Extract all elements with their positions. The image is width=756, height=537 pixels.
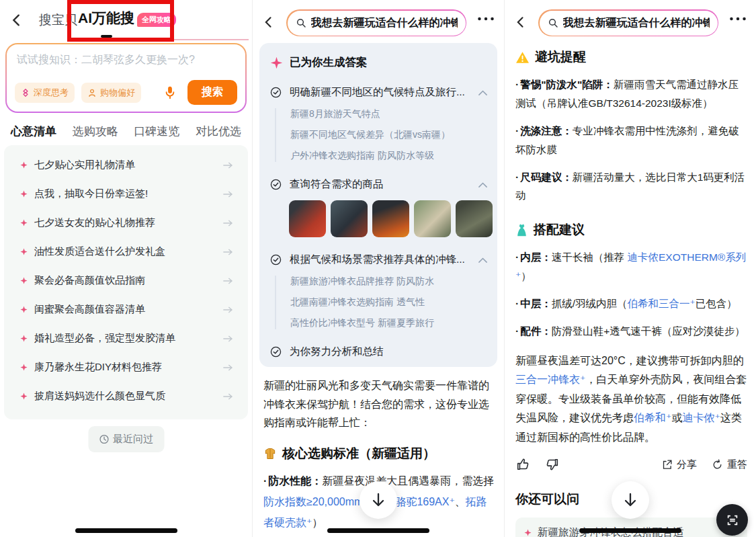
diamond-icon [20, 248, 28, 255]
list-item[interactable]: 康乃馨永生花DIY材料包推荐 [4, 353, 248, 382]
chevron-up-icon[interactable] [478, 257, 488, 263]
clock-icon [99, 434, 109, 444]
share-button[interactable]: 分享 [661, 458, 697, 471]
search-card: 试试搜知识：二胡琴弦多久更换一次? 深度思考 购物偏好 搜索 [5, 43, 247, 113]
product-thumbnail[interactable] [289, 200, 326, 237]
screenshot-scan-button[interactable] [716, 504, 748, 536]
magnifier-icon [548, 17, 558, 28]
search-query-pill[interactable]: 我想去新疆玩适合什么样的冲锋衣 [538, 9, 718, 36]
core-criteria-heading: 核心选购标准（新疆适用） [263, 445, 435, 462]
back-icon[interactable] [9, 12, 24, 28]
tab-buying-guide[interactable]: 选购攻略 [73, 124, 118, 139]
diamond-icon [20, 393, 28, 400]
sub-query[interactable]: 新疆8月旅游天气特点 [290, 108, 488, 120]
outfit-heading: 搭配建议 [515, 221, 747, 239]
search-button[interactable]: 搜索 [187, 80, 237, 105]
chevron-up-icon[interactable] [478, 181, 488, 188]
thumbs-down-icon[interactable] [545, 457, 560, 472]
product-thumbnail[interactable] [414, 200, 451, 237]
link-3in1-jacket[interactable]: 三合一冲锋衣⁺ [515, 374, 585, 385]
sub-query[interactable]: 户外冲锋衣选购指南 防风防水等级 [290, 150, 488, 162]
outfit-item: ·配件：防滑登山鞋+透气速干裤（应对沙漠徒步） [515, 322, 747, 341]
sub-query[interactable]: 新疆不同地区气候差异（北疆vs南疆） [290, 129, 488, 141]
link-pelliot-3in1[interactable]: 伯希和三合一⁺ [627, 298, 695, 309]
link-waterproof-index[interactable]: 防水指数≥20,000mm/H [263, 496, 374, 507]
outfit-list: ·内层：速干长袖（推荐 迪卡侬EXOTHERM®系列⁺） ·中层：抓绒/羽绒内胆… [515, 248, 747, 341]
search-input[interactable]: 试试搜知识：二胡琴弦多久更换一次? [7, 44, 245, 67]
pitfall-heading: 避坑提醒 [515, 48, 747, 66]
outfit-item: ·内层：速干长袖（推荐 迪卡侬EXOTHERM®系列⁺） [515, 248, 747, 286]
summary-paragraph: 新疆昼夜温差可达20°C，建议携带可拆卸内胆的三合一冲锋衣⁺，白天单穿外壳防风，… [515, 352, 747, 447]
list-item[interactable]: 闺蜜聚会高颜值容器清单 [4, 295, 248, 324]
product-thumbnail[interactable] [331, 200, 368, 237]
answer-actions: 分享 重答 [515, 457, 747, 472]
back-icon[interactable] [514, 15, 528, 30]
sub-query[interactable]: 北疆南疆冲锋衣选购指南 透气性 [290, 296, 488, 308]
progress-step[interactable]: 查询符合需求的商品 [270, 177, 488, 192]
tab-ai-universal-search[interactable]: AI万能搜 [78, 9, 134, 28]
product-thumbnail[interactable] [372, 200, 409, 237]
red-annotation-line [174, 39, 249, 40]
mic-icon[interactable] [163, 85, 177, 100]
back-icon[interactable] [262, 15, 276, 30]
tab-search-goods[interactable]: 搜宝贝 [39, 11, 77, 29]
panel-ai-answer-bottom: 我想去新疆玩适合什么样的冲锋衣 避坑提醒 ·警惕"防泼水"陷阱：新疆雨雪天气需通… [504, 0, 756, 537]
arrow-right-icon [222, 248, 233, 256]
list-item[interactable]: 七夕送女友的贴心礼物推荐 [4, 208, 248, 237]
sparkle-icon [270, 56, 283, 69]
scroll-down-button[interactable] [360, 481, 397, 519]
active-tab-underline [101, 35, 112, 38]
check-circle-icon [270, 87, 282, 98]
tab-wish-list[interactable]: 心意清单 [11, 124, 56, 139]
arrow-right-icon [222, 219, 233, 227]
link-pelliot[interactable]: 伯希和⁺ [634, 412, 671, 423]
badge-full-web-guide: 全网攻略 [137, 13, 176, 27]
home-indicator [579, 528, 681, 533]
diamond-icon [20, 219, 28, 226]
diamond-icon [524, 529, 532, 536]
list-item[interactable]: 披肩送妈妈选什么颜色显气质 [4, 382, 248, 411]
scroll-down-button[interactable] [612, 481, 649, 519]
product-thumbnails [289, 200, 488, 237]
pitfall-item: ·洗涤注意：专业冲锋衣需用中性洗涤剂，避免破坏防水膜 [515, 122, 747, 159]
progress-step[interactable]: 根据气候和场景需求推荐具体的冲锋... [270, 253, 488, 267]
suggested-question[interactable]: 新疆旅游穿冲锋衣怎么搭配合适 [515, 518, 747, 537]
tab-compare[interactable]: 对比优选 [196, 124, 241, 139]
home-indicator [327, 528, 429, 533]
refresh-icon [712, 459, 723, 470]
product-thumbnail[interactable] [456, 200, 493, 237]
list-item[interactable]: 聚会必备高颜值饮品指南 [4, 266, 248, 295]
warning-icon [515, 51, 530, 64]
retry-button[interactable]: 重答 [712, 458, 747, 471]
arrow-right-icon [222, 277, 233, 285]
list-item[interactable]: 油性发质适合送什么护发礼盒 [4, 237, 248, 266]
sub-query[interactable]: 新疆旅游冲锋衣品牌推荐 防风防水 [290, 276, 488, 288]
link-decathlon[interactable]: 迪卡侬⁺ [682, 412, 720, 423]
person-icon [87, 88, 97, 97]
list-item[interactable]: 点我，抽取今日份幸运签! [4, 179, 248, 208]
progress-step[interactable]: 明确新疆不同地区的气候特点及旅行... [270, 85, 488, 99]
arrow-right-icon [222, 306, 233, 314]
list-item[interactable]: 婚礼造型必备，强定型发胶清单 [4, 324, 248, 353]
more-options-icon[interactable] [729, 16, 747, 22]
chevron-up-icon[interactable] [478, 89, 488, 96]
arrow-right-icon [222, 161, 233, 169]
deep-think-chip[interactable]: 深度思考 [15, 83, 75, 103]
panel-ai-answer-top: 我想去新疆玩适合什么样的冲锋衣 已为你生成答案 明确新疆不同地区的气候特点及旅行… [252, 0, 504, 537]
outfit-item: ·中层：抓绒/羽绒内胆（伯希和三合一⁺已包含） [515, 294, 747, 313]
search-query-text: 我想去新疆玩适合什么样的冲锋衣 [563, 16, 710, 30]
tab-reviews[interactable]: 口碑速览 [134, 124, 179, 139]
dress-icon [515, 223, 528, 237]
pitfall-list: ·警惕"防泼水"陷阱：新疆雨雪天气需通过静水压测试（吊牌认准GB/T32614-… [515, 75, 747, 205]
progress-step[interactable]: 为你努力分析和总结 [270, 345, 488, 359]
recent-questions-button[interactable]: 最近问过 [88, 426, 164, 452]
list-item[interactable]: 七夕贴心实用礼物清单 [4, 151, 248, 179]
thumbs-up-icon[interactable] [515, 457, 530, 472]
answer-progress-card: 已为你生成答案 明确新疆不同地区的气候特点及旅行... 新疆8月旅游天气特点 新… [259, 43, 497, 367]
sub-query[interactable]: 高性价比冲锋衣型号 新疆夏季旅行 [290, 317, 488, 329]
magnifier-icon [296, 17, 306, 28]
search-query-pill[interactable]: 我想去新疆玩适合什么样的冲锋衣 [286, 9, 466, 36]
more-options-icon[interactable] [477, 16, 495, 22]
link-camel-169ax[interactable]: 骆驼169AX⁺ [395, 496, 454, 507]
shopping-pref-chip[interactable]: 购物偏好 [81, 83, 141, 103]
